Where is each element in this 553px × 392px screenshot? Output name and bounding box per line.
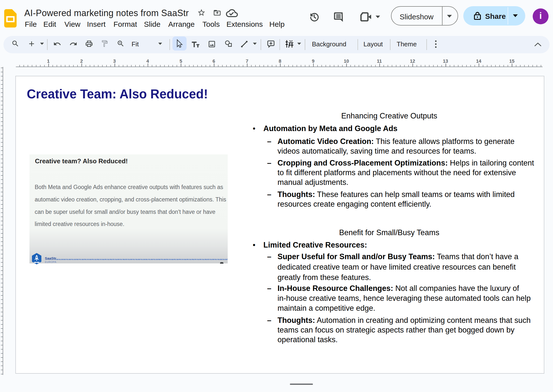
svg-text:SaaStr: SaaStr — [45, 256, 56, 260]
svg-text:5: 5 — [180, 58, 182, 64]
svg-text:7: 7 — [246, 58, 249, 64]
svg-text:15: 15 — [509, 58, 515, 64]
svg-text:10: 10 — [344, 58, 349, 64]
svg-text:1: 1 — [47, 58, 50, 64]
svg-text:11: 11 — [377, 58, 382, 64]
svg-text:2: 2 — [80, 58, 83, 64]
svg-text:13: 13 — [443, 58, 448, 64]
svg-text:12: 12 — [410, 58, 415, 64]
svg-text:8: 8 — [279, 58, 281, 64]
svg-text:EUROPA: EUROPA — [45, 260, 56, 263]
svg-text:14: 14 — [476, 58, 481, 64]
svg-text:9: 9 — [312, 58, 315, 64]
svg-text:6: 6 — [213, 58, 215, 64]
svg-text:4: 4 — [146, 58, 149, 64]
svg-text:3: 3 — [113, 58, 116, 64]
